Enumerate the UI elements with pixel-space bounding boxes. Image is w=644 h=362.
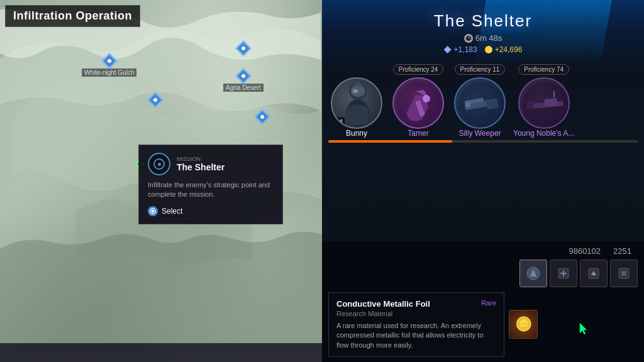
- item-slot-3[interactable]: [580, 260, 608, 287]
- svg-point-16: [465, 102, 470, 107]
- tooltip-item-name: Conductive Metallic Foil: [336, 299, 430, 309]
- mission-select-button[interactable]: Select: [148, 206, 274, 216]
- svg-point-11: [423, 95, 430, 102]
- bottom-section: 9860102 2251: [322, 241, 644, 362]
- item-2-icon: [555, 265, 572, 282]
- coin-value: +24,696: [495, 45, 523, 54]
- char-portrait-silly: [454, 77, 506, 129]
- mission-description: Infiltrate the enemy's strategic point a…: [148, 180, 274, 200]
- silly-name: Silly Weeper: [458, 129, 501, 138]
- mission-popup: Mission The Shelter Infiltrate the enemy…: [138, 145, 283, 224]
- select-icon: [148, 206, 158, 216]
- noble-proficiency: Proficiency 74: [518, 64, 569, 75]
- marker-diamond-icon: [235, 40, 251, 56]
- bunny-name: Bunny: [346, 129, 367, 138]
- svg-rect-19: [544, 98, 557, 107]
- item-slot-1[interactable]: [519, 260, 547, 287]
- char-portrait-tamer: [392, 77, 444, 129]
- tooltip-item-image: 🪙: [509, 310, 538, 339]
- reward-coin: +24,696: [485, 45, 523, 54]
- coin-icon: [485, 46, 492, 53]
- char-portrait-bunny: 18: [331, 77, 382, 129]
- tamer-figure: [394, 79, 444, 129]
- location-label: White-night Gulch: [82, 69, 136, 77]
- marker-diamond-icon: [254, 109, 270, 124]
- cursor-icon: [579, 322, 589, 336]
- svg-point-8: [353, 89, 358, 93]
- tooltip-rarity: Rare: [481, 299, 496, 307]
- reward-crystal: +1,183: [444, 45, 477, 54]
- noble-figure: [519, 79, 570, 129]
- tamer-proficiency: Proficiency 24: [393, 64, 444, 75]
- progress-area: [322, 140, 644, 143]
- rewards-row: +1,183 +24,696: [322, 45, 644, 54]
- mission-icon-inner: [153, 158, 165, 170]
- items-row: [328, 260, 638, 287]
- map-title: Infiltration Operation: [5, 5, 140, 27]
- progress-bar-fill: [328, 140, 452, 143]
- svg-rect-28: [621, 271, 626, 276]
- char-card-bunny[interactable]: 18 Bunny: [328, 77, 385, 138]
- timer-icon: [464, 34, 473, 43]
- silly-proficiency: Proficiency 11: [455, 64, 506, 75]
- crystal-value: +1,183: [454, 45, 477, 54]
- location-marker-marker3[interactable]: [238, 43, 249, 54]
- map-bottom-bar: [0, 343, 322, 362]
- char-card-tamer[interactable]: Proficiency 24 Tamer: [390, 64, 447, 138]
- tamer-name: Tamer: [408, 129, 428, 138]
- stats-row: 9860102 2251: [328, 246, 638, 256]
- location-marker-white-night[interactable]: White-night Gulch: [82, 55, 136, 77]
- marker-diamond-icon: [101, 53, 117, 69]
- item-3-icon: [586, 265, 602, 282]
- tooltip-type: Research Material: [336, 310, 496, 317]
- timer-text: 6m 48s: [475, 33, 502, 43]
- marker-diamond-icon: [147, 92, 163, 107]
- item-slot-2[interactable]: [550, 260, 577, 287]
- noble-name: Young Noble's A...: [513, 129, 574, 138]
- location-marker-marker4[interactable]: [150, 94, 161, 106]
- characters-row: 18 Bunny Proficiency 24 Tamer Proficien: [322, 59, 644, 140]
- clock-icon: [465, 34, 472, 43]
- marker-diamond-icon: [235, 68, 251, 84]
- svg-point-1: [152, 210, 154, 212]
- item-tooltip: Conductive Metallic Foil Rare Research M…: [328, 292, 504, 357]
- mission-icon-dot: [158, 163, 161, 166]
- char-card-young-noble[interactable]: Proficiency 74 Young Noble's A...: [513, 64, 574, 138]
- location-marker-agna-desert[interactable]: Agna Desert: [223, 70, 264, 92]
- cursor-arrow: [579, 322, 589, 338]
- mission-name: The Shelter: [177, 162, 225, 172]
- select-icon-svg: [150, 208, 156, 214]
- char-card-silly-weeper[interactable]: Proficiency 11 Silly Weeper: [452, 64, 508, 138]
- crystal-icon: [444, 46, 452, 53]
- svg-rect-20: [526, 101, 533, 109]
- stat-2: 2251: [613, 246, 631, 256]
- stat-1: 9860102: [569, 246, 601, 256]
- timer-row: 6m 48s: [322, 33, 644, 43]
- item-1-icon: [525, 265, 541, 282]
- item-slot-4[interactable]: [610, 260, 638, 287]
- map-panel: Infiltration Operation White-night Gulch…: [0, 0, 322, 362]
- mission-icon: [148, 153, 170, 175]
- char-portrait-noble: [518, 77, 570, 129]
- mission-label: Mission: [177, 156, 225, 162]
- right-panel: The Shelter 6m 48s +1,183 +24,696: [322, 0, 644, 362]
- location-marker-marker5[interactable]: [257, 111, 268, 123]
- mission-info: Mission The Shelter: [177, 156, 225, 172]
- bunny-level-badge: 18: [335, 118, 345, 125]
- mission-popup-header: Mission The Shelter: [148, 153, 274, 175]
- progress-bar-bg: [328, 140, 638, 143]
- silly-figure: [455, 79, 506, 129]
- item-4-icon: [616, 265, 632, 282]
- tooltip-header: Conductive Metallic Foil Rare: [336, 299, 496, 309]
- tooltip-description: A rare material used for research. An ex…: [336, 321, 496, 350]
- location-label: Agna Desert: [223, 84, 264, 92]
- shelter-title: The Shelter: [322, 11, 644, 31]
- select-label: Select: [162, 207, 182, 216]
- right-header: The Shelter 6m 48s +1,183 +24,696: [322, 0, 644, 59]
